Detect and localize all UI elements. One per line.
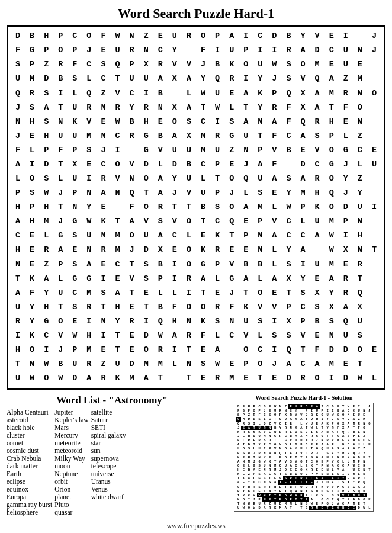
grid-cell: B	[210, 57, 224, 72]
grid-cell: T	[53, 200, 68, 214]
solution-cell: J	[367, 409, 372, 413]
solution-cell: O	[272, 442, 278, 447]
grid-cell: E	[324, 29, 339, 43]
grid-cell: B	[196, 200, 210, 214]
solution-cell: U	[356, 409, 362, 413]
solution-cell: O	[351, 438, 356, 442]
solution-cell: D	[356, 506, 362, 510]
solution-cell: T	[362, 502, 367, 506]
solution-cell: J	[267, 438, 272, 442]
grid-cell: A	[239, 86, 253, 100]
grid-cell: I	[267, 43, 281, 57]
grid-cell: U	[68, 357, 82, 371]
solution-cell: R	[283, 426, 288, 430]
grid-cell: R	[296, 371, 310, 386]
solution-cell: Q	[262, 422, 267, 426]
grid-cell: F	[125, 200, 139, 214]
solution-cell: O	[320, 497, 325, 502]
grid-cell: U	[353, 314, 367, 329]
grid-cell: F	[11, 143, 25, 158]
solution-cell: E	[314, 468, 320, 472]
solution-cell: C	[267, 417, 272, 421]
grid-cell: A	[324, 271, 339, 285]
solution-cell: D	[356, 497, 362, 502]
grid-cell: L	[11, 172, 25, 186]
grid-cell: A	[239, 200, 253, 214]
grid-cell: N	[96, 129, 110, 143]
grid-cell: D	[267, 29, 281, 43]
solution-cell: L	[330, 468, 335, 472]
solution-cell: U	[325, 413, 330, 417]
grid-cell: U	[253, 57, 267, 72]
solution-cell: V	[340, 493, 346, 497]
solution-cell: R	[262, 502, 267, 506]
solution-cell: I	[320, 404, 325, 409]
solution-cell: H	[246, 485, 252, 489]
solution-cell: Q	[335, 497, 340, 502]
grid-cell: T	[210, 172, 224, 186]
solution-cell: E	[330, 506, 335, 510]
solution-cell: C	[351, 409, 356, 413]
solution-cell: O	[362, 497, 367, 502]
grid-cell: F	[196, 43, 210, 57]
grid-cell: K	[239, 300, 253, 314]
solution-cell: Z	[246, 413, 252, 417]
grid-cell: G	[139, 129, 153, 143]
grid-cell: U	[367, 158, 381, 172]
solution-cell: S	[309, 455, 314, 460]
grid-cell: C	[296, 357, 310, 371]
grid-cell: K	[310, 200, 324, 214]
solution-cell: P	[288, 476, 294, 480]
grid-cell: A	[239, 271, 253, 285]
solution-cell: R	[288, 497, 294, 502]
grid-cell: U	[68, 100, 82, 114]
solution-cell: L	[330, 455, 335, 460]
grid-cell: D	[339, 200, 353, 214]
solution-cell: E	[346, 493, 351, 497]
solution-cell: V	[298, 451, 304, 455]
grid-cell: P	[253, 143, 267, 158]
grid-cell: E	[125, 329, 139, 343]
grid-cell: D	[296, 158, 310, 172]
solution-cell: F	[236, 409, 241, 413]
grid-cell: X	[168, 100, 182, 114]
solution-cell: G	[351, 442, 356, 447]
solution-cell: A	[346, 502, 351, 506]
solution-cell: D	[283, 442, 288, 447]
solution-cell	[367, 472, 372, 476]
solution-cell: W	[309, 502, 314, 506]
grid-cell	[353, 29, 367, 43]
solution-cell: B	[252, 502, 257, 506]
grid-cell: R	[82, 357, 96, 371]
solution-cell: P	[351, 434, 356, 438]
grid-cell: E	[196, 343, 210, 357]
word-item: Pluto	[54, 501, 88, 508]
solution-cell: N	[362, 409, 367, 413]
grid-cell: G	[224, 271, 239, 285]
grid-cell: T	[125, 285, 139, 300]
solution-cell: I	[298, 480, 304, 484]
solution-cell: E	[241, 472, 246, 476]
solution-cell: T	[283, 485, 288, 489]
solution-cell: A	[351, 417, 356, 421]
grid-cell: L	[39, 229, 53, 243]
solution-cell: A	[340, 409, 346, 413]
solution-cell: L	[367, 506, 372, 510]
grid-cell: H	[39, 29, 53, 43]
solution-cell: D	[346, 409, 351, 413]
grid-cell: I	[96, 329, 110, 343]
solution-cell: G	[262, 476, 267, 480]
grid-cell: V	[125, 271, 139, 285]
grid-cell: S	[39, 114, 53, 129]
grid-cell: K	[96, 214, 110, 229]
grid-cell: B	[153, 129, 168, 143]
grid-cell: K	[196, 314, 210, 329]
grid-cell: I	[339, 229, 353, 243]
grid-cell: N	[253, 243, 267, 257]
grid-cell: Y	[168, 43, 182, 57]
grid-cell: H	[139, 114, 153, 129]
solution-cell: R	[356, 480, 362, 484]
grid-cell	[367, 100, 381, 114]
grid-cell	[168, 371, 182, 386]
solution-cell: C	[267, 442, 272, 447]
